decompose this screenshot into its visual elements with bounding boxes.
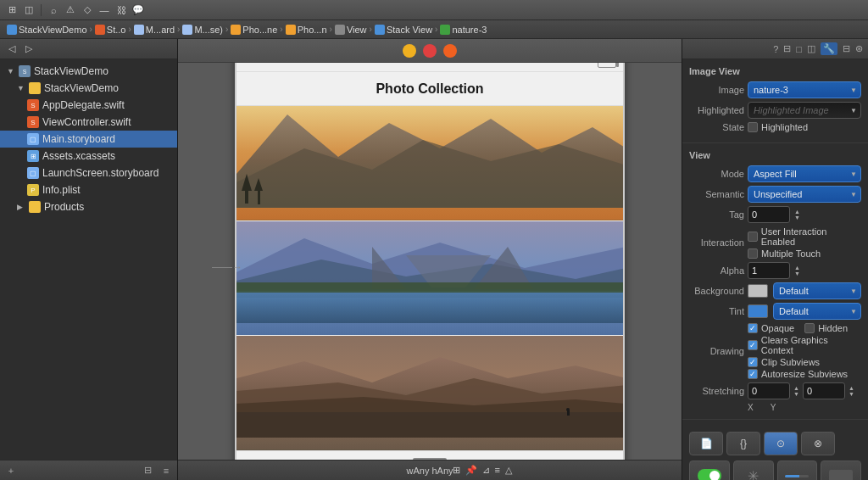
state-checkbox[interactable] [748,122,758,132]
breadcrumb-stackview-icon [375,25,385,35]
inspector-icon-attributes[interactable]: ⊙ [764,432,798,455]
sidebar-item-launchscreen[interactable]: ▢ LaunchScreen.storyboard [0,165,177,181]
sidebar-item-assets[interactable]: ⊞ Assets.xcassets [0,148,177,165]
breadcrumb-stackview[interactable]: Stack View [375,25,432,35]
drawing-row: Drawing Opaque Hidden Clears Graphics Co… [689,323,861,379]
stretching-row: Stretching 0 ▲ ▼ 0 ▲ [689,382,861,399]
tag-input[interactable]: 0 [748,206,790,223]
resolve-icon[interactable]: △ [505,465,512,476]
pin-icon[interactable]: 📌 [465,465,477,476]
breadcrumb-view[interactable]: View [335,25,367,35]
user-interaction-label: User Interaction Enabled [761,226,861,247]
mode-dropdown[interactable]: Aspect Fill ▼ [748,165,861,182]
stretch-y-input[interactable]: 0 [803,382,845,399]
sidebar-item-main-storyboard[interactable]: ▢ Main.storyboard [0,131,177,148]
tint-color-swatch[interactable] [748,304,768,318]
sidebar: ◁ ▷ ▼ S StackViewDemo ▼ StackViewDemo S … [0,39,178,480]
attributes-icon[interactable]: 🔧 [821,42,837,55]
inspector-icon-connections[interactable]: ⊗ [801,432,835,455]
tint-dropdown[interactable]: Default ▼ [773,303,861,320]
user-interaction-checkbox[interactable] [748,232,758,242]
spinner-widget[interactable]: ✳ [733,460,774,480]
sidebar-item-label: Main.storyboard [42,133,115,145]
inspector-icon[interactable]: ⊟ [783,43,791,54]
breadcrumb-phone2[interactable]: Pho...n [286,25,327,35]
autoresize-checkbox[interactable] [748,369,758,379]
clears-graphics-checkbox[interactable] [748,340,758,350]
tint-value: Default [779,306,809,316]
stretch-x-stepper[interactable]: ▲ ▼ [793,385,799,397]
autoresize-row: Autoresize Subviews [748,369,861,379]
clip-subviews-checkbox[interactable] [748,357,758,367]
diamond-icon[interactable]: ◇ [81,3,94,17]
image-dropdown[interactable]: nature-3 ▼ [748,81,861,98]
stretch-y-stepper[interactable]: ▲ ▼ [849,385,854,397]
sidebar-item-infoplist[interactable]: P Info.plist [0,181,177,198]
breadcrumb-swift-icon [95,25,105,35]
opaque-checkbox[interactable] [748,323,758,333]
svg-rect-13 [236,282,623,293]
breadcrumb-nature3[interactable]: nature-3 [440,25,487,35]
quick-help-icon[interactable]: □ [796,44,802,54]
sidebar-more-button[interactable]: ≡ [159,464,174,477]
background-row: Background Default ▼ [689,282,861,299]
background-dropdown[interactable]: Default ▼ [773,282,861,299]
slider-widget[interactable] [777,460,818,480]
sidebar-item-stackviewdemo-root[interactable]: ▼ S StackViewDemo [0,63,177,80]
sidebar-add-button[interactable]: + [3,464,19,477]
highlighted-dropdown[interactable]: Highlighted Image ▼ [748,102,861,119]
alpha-input[interactable]: 1 [748,262,790,279]
alpha-stepper[interactable]: ▲ ▼ [794,265,800,276]
breadcrumb-nature3-icon [440,25,450,35]
background-color-swatch[interactable] [748,284,768,298]
canvas-red-button[interactable] [423,44,437,58]
image-label: Image [689,85,744,95]
semantic-dropdown[interactable]: Unspecified ▼ [748,186,861,203]
squares-icon[interactable]: ◫ [22,3,36,17]
inspector-icon-document[interactable]: 📄 [689,432,723,455]
breadcrumb-mard[interactable]: M...ard [134,25,175,35]
breadcrumb-stackviewdemo[interactable]: StackViewDemo [7,25,87,35]
search-icon[interactable]: ⌕ [47,3,60,17]
stretch-x-input[interactable]: 0 [748,382,790,399]
sidebar-right-icon[interactable]: ▷ [22,42,36,56]
toggle-widget[interactable] [689,460,730,480]
connections-icon[interactable]: ⊛ [855,43,863,54]
line-icon[interactable]: — [97,3,111,17]
sidebar-item-stackviewdemo-group[interactable]: ▼ StackViewDemo [0,80,177,97]
tag-row: Tag 0 ▲ ▼ [689,206,861,223]
multiple-touch-checkbox[interactable] [748,248,758,259]
stretching-label: Stretching [689,386,744,396]
ruler-icon[interactable]: ⊿ [482,465,490,476]
canvas-scroll-area[interactable]: ——→ Photo Collection [178,63,682,460]
grid-icon[interactable]: ⊞ [5,3,19,17]
image-view-title: Image View [689,66,861,76]
sidebar-item-products[interactable]: ▶ Products [0,198,177,215]
help-icon[interactable]: ? [773,44,778,54]
sidebar-left-icon[interactable]: ◁ [5,42,19,56]
grid-icon[interactable]: ⊞ [453,465,460,476]
plist-icon: P [27,184,39,196]
sidebar-item-viewcontroller[interactable]: S ViewController.swift [0,114,177,131]
breadcrumb-project-icon [7,25,17,35]
warning-icon[interactable]: ⚠ [64,3,77,17]
tag-stepper[interactable]: ▲ ▼ [794,209,800,220]
hidden-checkbox[interactable] [804,323,815,333]
breadcrumb-st[interactable]: St..o [95,25,126,35]
opaque-row: Opaque Hidden [748,323,861,333]
sidebar-filter-button[interactable]: ⊟ [140,464,155,477]
bubble-icon[interactable]: 💬 [131,3,145,17]
identity-icon[interactable]: ◫ [807,43,815,54]
size-icon[interactable]: ⊟ [843,43,850,54]
background-dropdown-arrow: ▼ [850,287,857,295]
breadcrumb-phone1[interactable]: Pho...ne [231,25,277,35]
breadcrumb-mse[interactable]: M...se) [182,25,223,35]
inspector-icon-code[interactable]: {} [726,432,760,455]
link-icon[interactable]: ⛓ [114,3,128,17]
align-icon[interactable]: ≡ [495,465,500,476]
canvas-orange-button[interactable] [443,44,457,58]
canvas-yellow-button[interactable] [403,44,416,58]
progress-widget[interactable] [821,460,861,480]
assets-icon: ⊞ [27,150,39,162]
sidebar-item-appdelegate[interactable]: S AppDelegate.swift [0,97,177,114]
